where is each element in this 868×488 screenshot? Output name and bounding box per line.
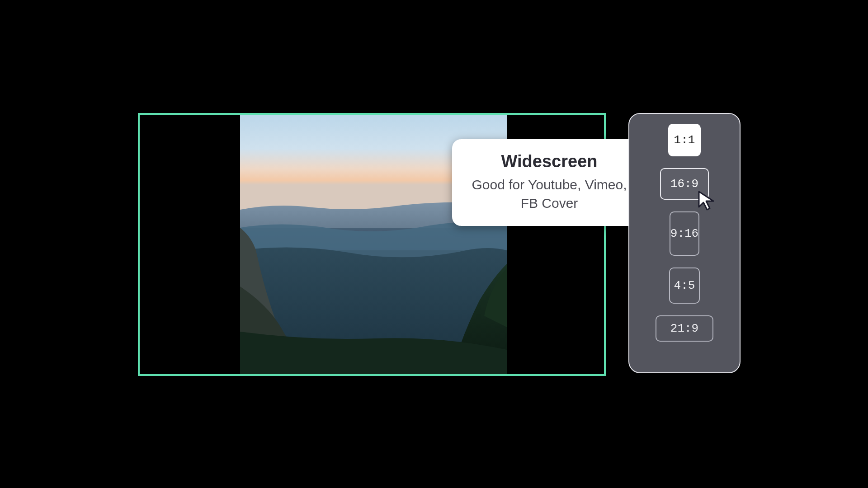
aspect-ratio-option-21-9[interactable]: 21:9 bbox=[656, 315, 713, 342]
aspect-ratio-label: 4:5 bbox=[674, 279, 695, 292]
tooltip-title: Widescreen bbox=[467, 152, 631, 171]
aspect-ratio-label: 1:1 bbox=[674, 133, 695, 147]
aspect-ratio-label: 9:16 bbox=[670, 227, 698, 240]
tooltip-description: Good for Youtube, Vimeo, FB Cover bbox=[467, 176, 631, 212]
aspect-ratio-panel: 1:1 16:9 9:16 4:5 21:9 bbox=[628, 113, 741, 373]
aspect-ratio-label: 16:9 bbox=[670, 177, 698, 191]
aspect-ratio-option-1-1[interactable]: 1:1 bbox=[668, 124, 701, 156]
aspect-ratio-option-4-5[interactable]: 4:5 bbox=[669, 267, 700, 304]
editor-stage: Widescreen Good for Youtube, Vimeo, FB C… bbox=[0, 0, 868, 488]
aspect-ratio-option-16-9[interactable]: 16:9 bbox=[660, 168, 709, 200]
aspect-ratio-label: 21:9 bbox=[670, 322, 698, 335]
aspect-ratio-tooltip: Widescreen Good for Youtube, Vimeo, FB C… bbox=[452, 139, 646, 226]
aspect-ratio-option-9-16[interactable]: 9:16 bbox=[670, 211, 699, 256]
